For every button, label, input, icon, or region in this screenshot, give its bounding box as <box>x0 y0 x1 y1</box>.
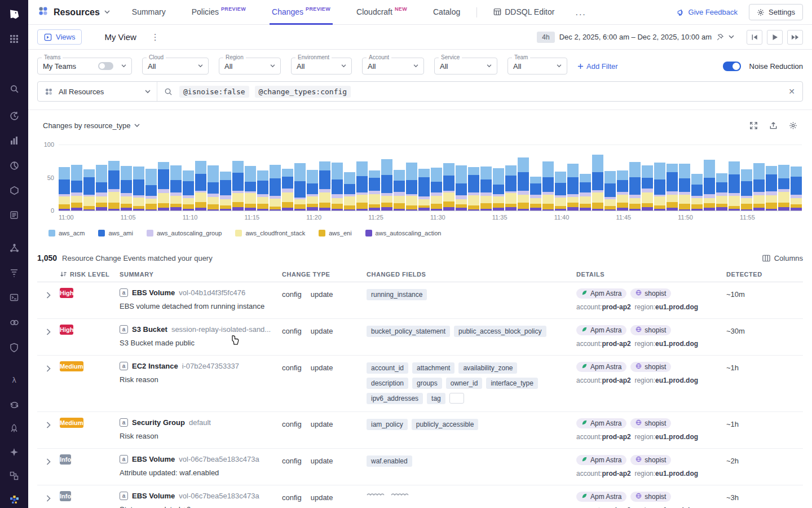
chart-bar[interactable] <box>716 173 727 211</box>
time-range-chip[interactable]: 4h <box>537 32 554 43</box>
team-chip[interactable]: Apm Astra <box>576 288 626 299</box>
skip-back-button[interactable] <box>747 30 762 45</box>
service-chip[interactable]: shopist <box>630 455 671 465</box>
chart-bar[interactable] <box>791 167 802 211</box>
changed-field-chip[interactable]: owner_id <box>446 378 483 389</box>
region-value[interactable]: eu1.prod.dog <box>655 303 698 311</box>
chart-bar[interactable] <box>145 169 157 211</box>
filter-team[interactable]: Team All <box>508 58 567 75</box>
chart-bar[interactable] <box>406 163 417 211</box>
infrastructure-icon[interactable] <box>0 182 28 199</box>
chart-bar[interactable] <box>344 172 355 211</box>
account-value[interactable]: prod-ap2 <box>602 303 630 311</box>
chart-bar[interactable] <box>195 161 206 211</box>
logs-icon[interactable] <box>0 207 28 224</box>
account-value[interactable]: prod-ap2 <box>602 376 630 384</box>
region-value[interactable]: eu1.prod.dog <box>655 376 698 384</box>
chart-bar[interactable] <box>71 165 82 211</box>
chart-bar[interactable] <box>691 174 703 211</box>
legend-aws_autoscaling_action[interactable]: aws_autoscaling_action <box>365 230 442 237</box>
software-delivery-icon[interactable] <box>0 420 28 437</box>
chart-settings-gear-icon[interactable] <box>789 121 797 130</box>
chart-bar[interactable] <box>654 163 665 211</box>
changed-field-chip[interactable]: waf.enabled <box>367 456 412 467</box>
chart-bar[interactable] <box>542 161 554 211</box>
chart-bar[interactable] <box>729 161 740 211</box>
chart-bar[interactable] <box>567 164 579 211</box>
legend-aws_autoscaling_group[interactable]: aws_autoscaling_group <box>147 230 222 237</box>
expand-row-icon[interactable] <box>37 455 60 465</box>
metrics-icon[interactable] <box>0 132 28 149</box>
play-button[interactable] <box>767 30 783 45</box>
chart-bar[interactable] <box>381 159 392 211</box>
legend-aws_ami[interactable]: aws_ami <box>98 230 133 237</box>
service-chip[interactable]: shopist <box>630 418 671 428</box>
account-value[interactable]: prod-ap2 <box>602 340 630 348</box>
chart-bar[interactable] <box>121 166 132 211</box>
views-button[interactable]: Views <box>37 29 82 45</box>
filter-account[interactable]: Account All <box>362 58 424 75</box>
chart-bar[interactable] <box>518 157 529 211</box>
column-header-changed-fields[interactable]: CHANGED FIELDS <box>367 271 576 278</box>
account-value[interactable]: prod-ap2 <box>602 470 630 478</box>
chart-bar[interactable] <box>530 177 541 211</box>
team-chip[interactable]: Apm Astra <box>576 418 626 428</box>
column-header-details[interactable]: DETAILS <box>576 271 726 278</box>
column-header-change-type[interactable]: CHANGE TYPE <box>282 271 367 278</box>
chart-bar[interactable] <box>741 169 752 211</box>
tab-changes[interactable]: ChangesPREVIEW <box>272 0 330 25</box>
watchdog-icon[interactable] <box>0 107 28 124</box>
service-chip[interactable]: shopist <box>630 325 671 335</box>
time-dropdown-caret-icon[interactable] <box>729 35 734 39</box>
team-chip[interactable]: Apm Astra <box>576 492 626 502</box>
chart-bar[interactable] <box>220 172 231 211</box>
chart-bar[interactable] <box>282 169 293 211</box>
chart-bar[interactable] <box>208 165 219 211</box>
tab-policies[interactable]: PoliciesPREVIEW <box>192 0 246 25</box>
serverless-icon[interactable]: λ <box>0 371 28 388</box>
changed-field-chip[interactable]: account_id <box>367 362 408 374</box>
region-value[interactable]: eu1.prod.dog <box>655 470 698 478</box>
chart-bar[interactable] <box>443 163 454 211</box>
changed-field-chip[interactable]: running_instance <box>367 289 427 300</box>
view-kebab-menu-icon[interactable]: ⋮ <box>151 32 160 42</box>
chart-bar[interactable] <box>332 163 343 211</box>
dashboards-icon[interactable] <box>0 157 28 174</box>
chart-type-select[interactable]: Changes by resource_type <box>43 121 140 130</box>
noise-reduction-toggle[interactable] <box>723 62 741 71</box>
resource-name[interactable]: EC2 Instance <box>132 362 178 370</box>
traces-icon[interactable] <box>0 264 28 281</box>
chart-bar[interactable] <box>456 165 467 211</box>
tab-cloudcraft[interactable]: CloudcraftNEW <box>356 0 407 25</box>
chart-bar[interactable] <box>480 167 492 211</box>
chart-bar[interactable] <box>394 170 405 211</box>
account-value[interactable]: prod-ap2 <box>602 433 630 441</box>
chart-bar[interactable] <box>431 168 442 211</box>
chart-bar[interactable] <box>667 164 678 211</box>
column-header-summary[interactable]: SUMMARY <box>120 271 282 278</box>
chart-bar[interactable] <box>294 163 306 211</box>
query-token-1[interactable]: @change_types:config <box>255 86 351 98</box>
workflows-icon[interactable] <box>0 467 28 484</box>
chart-bar[interactable] <box>505 165 517 211</box>
more-tabs-icon[interactable]: ... <box>575 7 586 17</box>
service-chip[interactable]: shopist <box>630 362 671 372</box>
bits-ai-icon[interactable] <box>0 491 28 508</box>
chart-bar[interactable] <box>704 160 715 211</box>
fast-forward-button[interactable] <box>787 30 803 45</box>
filter-environment[interactable]: Environment All <box>291 58 352 75</box>
expand-chart-icon[interactable] <box>749 121 758 130</box>
pin-time-icon[interactable] <box>716 33 724 41</box>
columns-button[interactable]: Columns <box>762 254 803 262</box>
resource-name[interactable]: EBS Volume <box>132 492 175 500</box>
network-icon[interactable] <box>0 239 28 256</box>
integrations-icon[interactable] <box>0 314 28 331</box>
chart-bar[interactable] <box>319 161 330 211</box>
filter-cloud[interactable]: Cloud All <box>142 58 209 75</box>
chart-bar[interactable] <box>592 155 603 211</box>
chart-bar[interactable] <box>108 161 120 211</box>
tab-catalog[interactable]: Catalog <box>433 0 460 25</box>
date-range[interactable]: Dec 2, 2025, 6:00 am – Dec 2, 2025, 10:0… <box>559 33 712 41</box>
column-header-risk-level[interactable]: RISK LEVEL <box>60 271 120 278</box>
filter-region[interactable]: Region All <box>219 58 281 75</box>
